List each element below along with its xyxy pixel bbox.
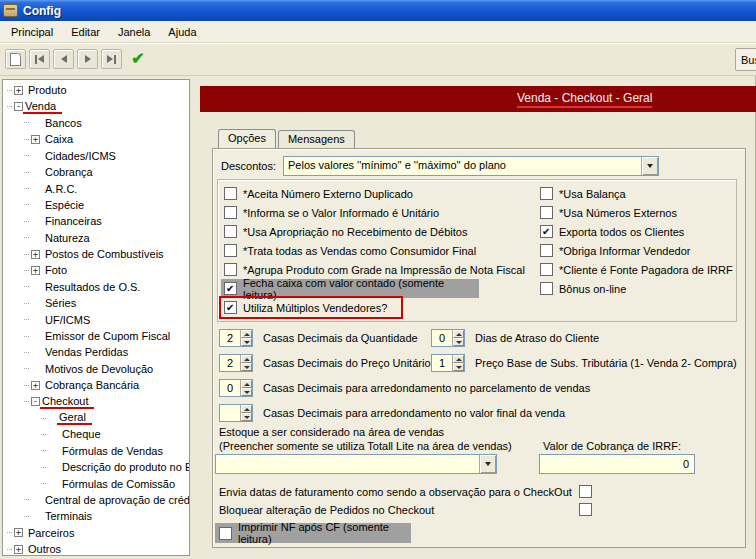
menu-item-principal[interactable]: Principal — [2, 23, 62, 41]
spin-down-icon[interactable] — [241, 413, 252, 421]
tree-item[interactable]: +Outros — [3, 541, 189, 556]
checkbox-item[interactable]: *Usa Números Externos — [540, 203, 733, 222]
menu-item-ajuda[interactable]: Ajuda — [159, 23, 205, 41]
checkbox-item[interactable]: Bônus on-line — [540, 279, 733, 298]
irrf-input[interactable]: 0 — [539, 454, 695, 474]
checkbox-item[interactable]: *Trata todas as Vendas como Consumidor F… — [224, 241, 525, 260]
tree-item[interactable]: Cheque — [3, 426, 189, 442]
checkbox-item[interactable]: Envia datas de faturamento como sendo a … — [219, 483, 639, 501]
tree-item[interactable]: Cidades/ICMS — [3, 148, 189, 164]
tree-item[interactable]: Séries — [3, 295, 189, 311]
tree-item[interactable]: Bancos — [3, 115, 189, 131]
new-button[interactable] — [5, 49, 26, 69]
tab-mensagens[interactable]: Mensagens — [278, 130, 355, 148]
checkbox-item[interactable]: *Cliente é Fonte Pagadora de IRRF — [540, 260, 733, 279]
spin-up-icon[interactable] — [453, 330, 464, 338]
spinner-input[interactable]: 2 — [219, 354, 253, 372]
tree-item[interactable]: +Cobrança Bancária — [3, 377, 189, 393]
tree-item[interactable]: -Checkout — [3, 393, 189, 409]
tree-item[interactable]: Vendas Perdidas — [3, 344, 189, 360]
tree-item[interactable]: Fórmulas de Vendas — [3, 443, 189, 459]
tree-item[interactable]: +Produto — [3, 82, 189, 98]
tree-item[interactable]: Descrição do produto no EC — [3, 459, 189, 475]
tree-item[interactable]: Financeiras — [3, 213, 189, 229]
next-button[interactable] — [77, 49, 98, 69]
tree-toggle-collapse-icon[interactable]: - — [14, 102, 23, 111]
checkbox-item[interactable]: *Usa Balança — [540, 184, 733, 203]
spin-up-icon[interactable] — [241, 355, 252, 363]
spin-up-icon[interactable] — [241, 330, 252, 338]
checkbox[interactable] — [540, 225, 553, 238]
checkbox[interactable] — [224, 225, 237, 238]
dropdown-arrow-icon[interactable] — [641, 157, 658, 175]
spinner-input[interactable]: 2 — [219, 329, 253, 347]
tree-item[interactable]: UF/ICMS — [3, 311, 189, 327]
spinner-input[interactable]: 0 — [219, 379, 253, 397]
tree-item[interactable]: Motivos de Devolução — [3, 361, 189, 377]
descontos-select[interactable]: Pelos valores ''mínimo'' e ''máximo'' do… — [283, 156, 659, 176]
tree-toggle-expand-icon[interactable]: + — [14, 528, 23, 537]
checkbox-item[interactable]: Bloquear alteração de Pedidos no Checkou… — [219, 501, 639, 519]
checkbox[interactable] — [219, 527, 232, 540]
checkbox-item[interactable]: *Usa Apropriação no Recebimento de Débit… — [224, 222, 525, 241]
spinner-input[interactable]: 0 — [431, 329, 465, 347]
spin-down-icon[interactable] — [453, 363, 464, 371]
tree-item[interactable]: +Foto — [3, 262, 189, 278]
checkbox-item[interactable]: Exporta todos os Clientes — [540, 222, 733, 241]
checkbox[interactable] — [579, 503, 592, 516]
tree-item[interactable]: Geral — [3, 410, 189, 426]
tree-item[interactable]: A.R.C. — [3, 180, 189, 196]
estoque-select[interactable] — [215, 454, 497, 474]
tree-item[interactable]: +Caixa — [3, 131, 189, 147]
tree-toggle-expand-icon[interactable]: + — [31, 135, 40, 144]
tree-toggle-expand-icon[interactable]: + — [31, 266, 40, 275]
previous-button[interactable] — [53, 49, 74, 69]
menu-item-editar[interactable]: Editar — [62, 23, 109, 41]
search-button[interactable]: Bus — [735, 48, 756, 71]
tree-item[interactable]: Resultados de O.S. — [3, 279, 189, 295]
checkbox[interactable] — [540, 244, 553, 257]
imprimir-nf-checkbox-row[interactable]: Imprimir NF após CF (somente leitura) — [215, 523, 411, 543]
spinner-input[interactable] — [219, 404, 253, 422]
tree-toggle-expand-icon[interactable]: + — [31, 381, 40, 390]
checkbox-item[interactable]: *Informa se o Valor Informado é Unitário — [224, 203, 525, 222]
checkbox-item[interactable]: *Aceita Número Externo Duplicado — [224, 184, 525, 203]
checkbox[interactable] — [224, 187, 237, 200]
checkbox-item[interactable]: Fecha caixa com valor contado (somente l… — [221, 279, 479, 298]
first-button[interactable] — [29, 49, 50, 69]
spin-down-icon[interactable] — [241, 338, 252, 346]
tree-item[interactable]: Central de aprovação de crédito — [3, 492, 189, 508]
tree-item[interactable]: Fórmulas de Comissão — [3, 475, 189, 491]
last-button[interactable] — [101, 49, 122, 69]
checkbox[interactable] — [224, 206, 237, 219]
checkbox[interactable] — [540, 187, 553, 200]
confirm-button[interactable]: ✔ — [125, 48, 151, 70]
tree-item[interactable]: -Venda — [3, 98, 189, 114]
tree-toggle-collapse-icon[interactable]: - — [31, 397, 40, 406]
tree-item[interactable]: Espécie — [3, 197, 189, 213]
checkbox[interactable] — [540, 206, 553, 219]
spin-up-icon[interactable] — [453, 355, 464, 363]
tree-item[interactable]: +Postos de Combustíveis — [3, 246, 189, 262]
tree-toggle-expand-icon[interactable]: + — [31, 250, 40, 259]
tree-item[interactable]: Natureza — [3, 230, 189, 246]
tree-item[interactable]: Cobrança — [3, 164, 189, 180]
spinner-input[interactable]: 1 — [431, 354, 465, 372]
tab-opcoes[interactable]: Opções — [218, 129, 276, 148]
spin-down-icon[interactable] — [241, 388, 252, 396]
tree-item[interactable]: Emissor de Cupom Fiscal — [3, 328, 189, 344]
tree-toggle-expand-icon[interactable]: + — [14, 86, 23, 95]
checkbox[interactable] — [224, 301, 237, 314]
menu-item-janela[interactable]: Janela — [109, 23, 159, 41]
checkbox[interactable] — [224, 263, 237, 276]
tree-item[interactable]: +Parceiros — [3, 525, 189, 541]
checkbox-item[interactable]: Utiliza Múltiplos Vendedores? — [221, 298, 401, 317]
checkbox-item[interactable]: *Obriga Informar Vendedor — [540, 241, 733, 260]
spin-down-icon[interactable] — [241, 363, 252, 371]
checkbox[interactable] — [540, 282, 553, 295]
checkbox[interactable] — [579, 485, 592, 498]
spin-up-icon[interactable] — [241, 380, 252, 388]
checkbox[interactable] — [224, 244, 237, 257]
spin-up-icon[interactable] — [241, 405, 252, 413]
checkbox[interactable] — [540, 263, 553, 276]
